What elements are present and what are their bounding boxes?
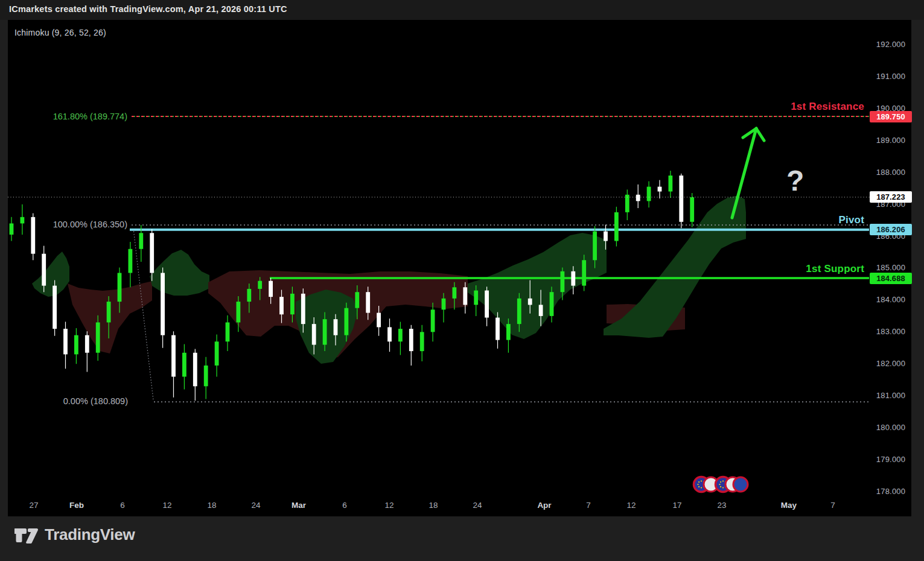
candle: [582, 255, 586, 291]
candle: [495, 312, 500, 349]
candle: [625, 189, 629, 220]
pivot-annotation: Pivot: [785, 214, 864, 226]
candle: [10, 217, 14, 241]
candle: [387, 319, 392, 352]
support-annotation: 1st Support: [771, 263, 864, 275]
ichimoku-cloud-green: [150, 250, 209, 296]
tradingview-logo-text: TradingView: [45, 525, 135, 544]
candle: [636, 185, 640, 208]
candle: [614, 207, 619, 247]
candle: [53, 280, 57, 336]
candle: [42, 246, 46, 292]
ichimoku-cloud-green: [32, 252, 69, 297]
candle: [193, 349, 197, 401]
ichimoku-indicator-label[interactable]: Ichimoku (9, 26, 52, 26): [14, 28, 106, 37]
candle: [129, 242, 133, 287]
candle: [690, 193, 694, 227]
candle: [204, 357, 208, 399]
candle: [85, 331, 89, 372]
tradingview-logo-icon: [14, 526, 39, 544]
fib-0-label: 0.00% (180.809): [48, 396, 128, 406]
chart-canvas[interactable]: [0, 0, 924, 561]
candle: [21, 204, 25, 235]
ichimoku-cloud-green: [604, 195, 746, 338]
candle: [74, 328, 78, 364]
candle: [679, 174, 683, 229]
candle: [485, 287, 489, 326]
ichimoku-cloud-green: [468, 233, 607, 339]
candle: [398, 322, 403, 355]
candle: [182, 344, 186, 389]
candle: [63, 322, 68, 369]
candle: [171, 331, 176, 398]
resistance-annotation: 1st Resistance: [771, 101, 864, 113]
candle: [420, 325, 424, 361]
tradingview-watermark[interactable]: TradingView: [14, 525, 135, 544]
candle: [647, 182, 651, 208]
candle: [409, 325, 413, 366]
fib-161-label: 161.80% (189.774): [33, 112, 127, 121]
tradingview-chart-window: ICmarkets created with TradingView.com, …: [0, 0, 924, 561]
candle: [658, 180, 662, 198]
candle: [161, 267, 165, 347]
fib-100-label: 100.00% (186.350): [33, 220, 127, 229]
question-mark-annotation: ?: [786, 164, 804, 197]
projection-arrow[interactable]: [732, 128, 764, 218]
blue-red-event-icon[interactable]: [733, 477, 748, 492]
candle: [669, 171, 673, 198]
candle: [431, 303, 435, 342]
candle: [226, 315, 230, 351]
candle: [215, 335, 219, 377]
